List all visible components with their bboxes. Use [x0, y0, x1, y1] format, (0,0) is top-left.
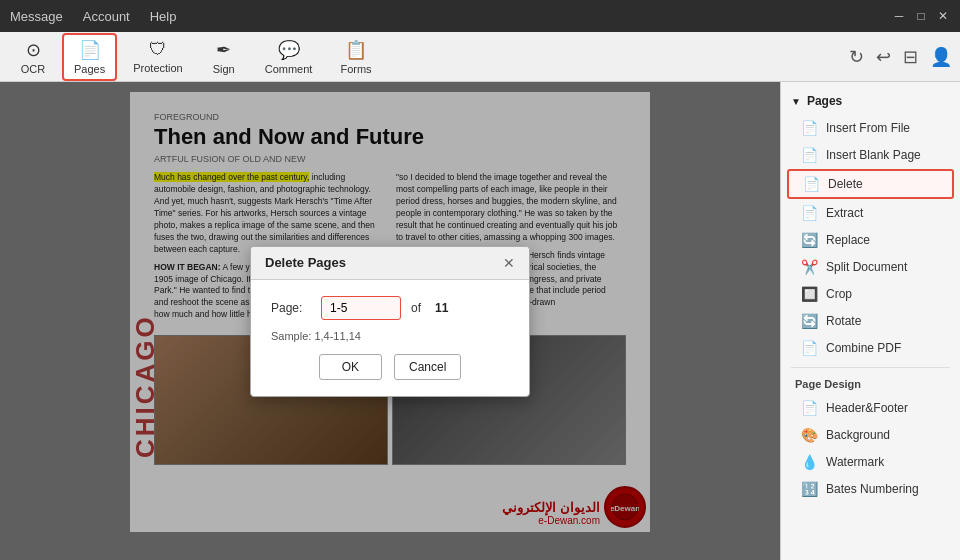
panel-item-bates-numbering[interactable]: 🔢 Bates Numbering	[787, 476, 954, 502]
insert-blank-page-icon: 📄	[801, 147, 818, 163]
combine-pdf-label: Combine PDF	[826, 341, 901, 355]
panel-item-split-document[interactable]: ✂️ Split Document	[787, 254, 954, 280]
dialog-sample-text: Sample: 1,4-11,14	[271, 330, 509, 342]
titlebar-menu: Message Account Help	[10, 9, 892, 24]
maximize-icon[interactable]: □	[914, 9, 928, 23]
ocr-icon: ⊙	[26, 39, 41, 61]
dialog-cancel-button[interactable]: Cancel	[394, 354, 461, 380]
panel-item-delete[interactable]: 📄 Delete	[787, 169, 954, 199]
redo-icon[interactable]: ↻	[849, 46, 864, 68]
view-icon[interactable]: ⊟	[903, 46, 918, 68]
background-icon: 🎨	[801, 427, 818, 443]
comment-button[interactable]: 💬 Comment	[253, 33, 325, 81]
dialog-buttons: OK Cancel	[271, 354, 509, 380]
comment-icon: 💬	[278, 39, 300, 61]
dialog-header: Delete Pages ✕	[251, 247, 529, 280]
rotate-icon: 🔄	[801, 313, 818, 329]
panel-pages-title: Pages	[807, 94, 842, 108]
pages-arrow-icon: ▼	[791, 96, 801, 107]
dialog-close-button[interactable]: ✕	[503, 255, 515, 271]
toolbar-right-actions: ↻ ↩ ⊟ 👤	[849, 46, 952, 68]
protection-button[interactable]: 🛡 Protection	[121, 33, 195, 80]
rotate-label: Rotate	[826, 314, 861, 328]
dialog-page-input[interactable]	[321, 296, 401, 320]
dialog-overlay: Delete Pages ✕ Page: of 11 Sample: 1,4-1…	[0, 82, 780, 560]
panel-item-crop[interactable]: 🔲 Crop	[787, 281, 954, 307]
insert-blank-page-label: Insert Blank Page	[826, 148, 921, 162]
main-area: FOREGROUND Then and Now and Future ARTFU…	[0, 82, 960, 560]
undo-icon[interactable]: ↩	[876, 46, 891, 68]
close-icon[interactable]: ✕	[936, 9, 950, 23]
panel-divider	[791, 367, 950, 368]
minimize-icon[interactable]: ─	[892, 9, 906, 23]
sign-icon: ✒	[216, 39, 231, 61]
combine-pdf-icon: 📄	[801, 340, 818, 356]
right-panel: ▼ Pages 📄 Insert From File 📄 Insert Blan…	[780, 82, 960, 560]
dialog-body: Page: of 11 Sample: 1,4-11,14 OK Cancel	[251, 280, 529, 396]
dialog-total-pages: 11	[435, 301, 448, 315]
pages-button[interactable]: 📄 Pages	[62, 33, 117, 81]
panel-item-watermark[interactable]: 💧 Watermark	[787, 449, 954, 475]
panel-item-extract[interactable]: 📄 Extract	[787, 200, 954, 226]
panel-item-rotate[interactable]: 🔄 Rotate	[787, 308, 954, 334]
delete-label: Delete	[828, 177, 863, 191]
toolbar: ⊙ OCR 📄 Pages 🛡 Protection ✒ Sign 💬 Comm…	[0, 32, 960, 82]
dialog-page-label: Page:	[271, 301, 311, 315]
delete-icon: 📄	[803, 176, 820, 192]
comment-label: Comment	[265, 63, 313, 75]
ocr-label: OCR	[21, 63, 45, 75]
insert-from-file-icon: 📄	[801, 120, 818, 136]
menu-account[interactable]: Account	[83, 9, 130, 24]
header-footer-label: Header&Footer	[826, 401, 908, 415]
replace-icon: 🔄	[801, 232, 818, 248]
crop-icon: 🔲	[801, 286, 818, 302]
panel-section-pages[interactable]: ▼ Pages	[781, 88, 960, 114]
dialog-page-row: Page: of 11	[271, 296, 509, 320]
account-icon[interactable]: 👤	[930, 46, 952, 68]
split-document-label: Split Document	[826, 260, 907, 274]
delete-pages-dialog: Delete Pages ✕ Page: of 11 Sample: 1,4-1…	[250, 246, 530, 397]
sign-label: Sign	[213, 63, 235, 75]
crop-label: Crop	[826, 287, 852, 301]
bates-numbering-label: Bates Numbering	[826, 482, 919, 496]
extract-label: Extract	[826, 206, 863, 220]
pages-label: Pages	[74, 63, 105, 75]
header-footer-icon: 📄	[801, 400, 818, 416]
background-label: Background	[826, 428, 890, 442]
replace-label: Replace	[826, 233, 870, 247]
panel-item-insert-blank-page[interactable]: 📄 Insert Blank Page	[787, 142, 954, 168]
protection-label: Protection	[133, 62, 183, 74]
pdf-viewer: FOREGROUND Then and Now and Future ARTFU…	[0, 82, 780, 560]
titlebar-controls: ─ □ ✕	[892, 9, 950, 23]
panel-item-insert-from-file[interactable]: 📄 Insert From File	[787, 115, 954, 141]
insert-from-file-label: Insert From File	[826, 121, 910, 135]
panel-item-replace[interactable]: 🔄 Replace	[787, 227, 954, 253]
forms-icon: 📋	[345, 39, 367, 61]
protection-icon: 🛡	[149, 39, 167, 60]
panel-item-background[interactable]: 🎨 Background	[787, 422, 954, 448]
bates-numbering-icon: 🔢	[801, 481, 818, 497]
forms-button[interactable]: 📋 Forms	[328, 33, 383, 81]
pages-icon: 📄	[79, 39, 101, 61]
sign-button[interactable]: ✒ Sign	[199, 33, 249, 81]
panel-item-header-footer[interactable]: 📄 Header&Footer	[787, 395, 954, 421]
forms-label: Forms	[340, 63, 371, 75]
menu-message[interactable]: Message	[10, 9, 63, 24]
ocr-button[interactable]: ⊙ OCR	[8, 33, 58, 81]
split-document-icon: ✂️	[801, 259, 818, 275]
menu-help[interactable]: Help	[150, 9, 177, 24]
extract-icon: 📄	[801, 205, 818, 221]
panel-page-design-title: Page Design	[781, 374, 960, 394]
panel-item-combine-pdf[interactable]: 📄 Combine PDF	[787, 335, 954, 361]
titlebar: Message Account Help ─ □ ✕	[0, 0, 960, 32]
watermark-label: Watermark	[826, 455, 884, 469]
dialog-title: Delete Pages	[265, 255, 346, 270]
watermark-icon: 💧	[801, 454, 818, 470]
dialog-of-label: of	[411, 301, 421, 315]
dialog-ok-button[interactable]: OK	[319, 354, 382, 380]
